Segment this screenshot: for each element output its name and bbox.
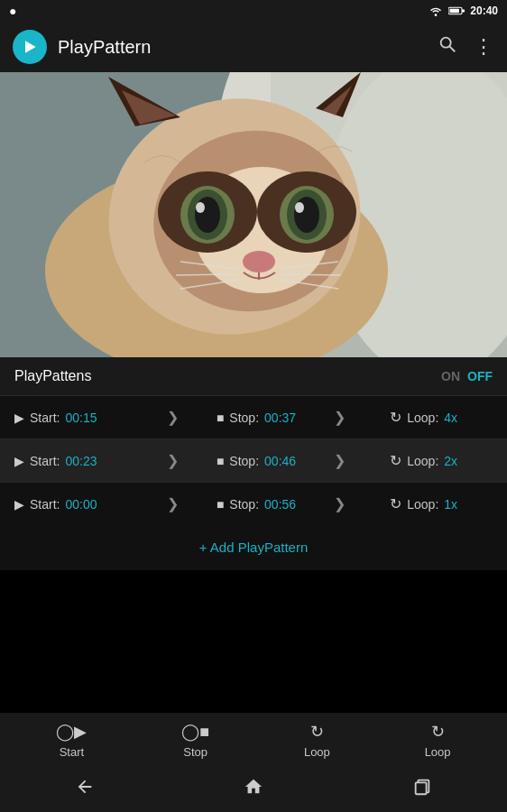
play-patterns-title: PlayPattens bbox=[14, 368, 91, 384]
notification-icon: ● bbox=[9, 4, 16, 18]
arrow-1a: ❯ bbox=[167, 409, 179, 426]
row3-start-value: 00:00 bbox=[65, 497, 97, 512]
loop-icon-2: ↻ bbox=[390, 452, 401, 469]
toggle-on-label[interactable]: ON bbox=[441, 369, 460, 383]
bottom-controls: ◯▶ Start ◯■ Stop ↻ Loop ↻ Loop bbox=[0, 713, 507, 767]
video-area bbox=[0, 72, 507, 357]
svg-point-0 bbox=[435, 14, 438, 16]
svg-point-27 bbox=[196, 202, 205, 213]
home-button[interactable] bbox=[226, 770, 281, 809]
stop-control-button[interactable]: ◯■ Stop bbox=[167, 716, 224, 764]
battery-icon bbox=[448, 5, 465, 16]
add-pattern-button[interactable]: + Add PlayPattern bbox=[199, 540, 309, 555]
svg-line-32 bbox=[176, 274, 238, 275]
loop1-control-button[interactable]: ↻ Loop bbox=[290, 716, 345, 764]
row2-stop-cell: ■ Stop: 00:46 bbox=[182, 454, 331, 468]
row1-stop-label: Stop: bbox=[229, 411, 259, 425]
stop-icon-3: ■ bbox=[217, 497, 224, 512]
row1-start-label: Start: bbox=[30, 411, 60, 425]
play-icon-2: ▶ bbox=[14, 454, 24, 468]
recent-apps-icon bbox=[412, 777, 432, 797]
pattern-row-1[interactable]: ▶ Start: 00:15 ❯ ■ Stop: 00:37 ❯ ↻ Loop:… bbox=[0, 395, 507, 438]
add-pattern-section: + Add PlayPattern bbox=[0, 525, 507, 570]
play-patterns-header: PlayPattens ON OFF bbox=[0, 357, 507, 395]
svg-marker-4 bbox=[25, 41, 36, 52]
status-bar: ● 20:40 bbox=[0, 0, 507, 22]
row2-stop-label: Stop: bbox=[229, 454, 259, 468]
nav-bar bbox=[0, 767, 507, 812]
row3-stop-label: Stop: bbox=[229, 497, 259, 512]
app-title: PlayPattern bbox=[58, 37, 427, 58]
pattern-row-2[interactable]: ▶ Start: 00:23 ❯ ■ Stop: 00:46 ❯ ↻ Loop:… bbox=[0, 438, 507, 482]
arrow-3a: ❯ bbox=[167, 495, 179, 512]
content-area: PlayPattens ON OFF ▶ Start: 00:15 ❯ ■ St… bbox=[0, 357, 507, 570]
time-display: 20:40 bbox=[470, 5, 498, 17]
status-right: 20:40 bbox=[429, 5, 498, 17]
row2-loop-value: 2x bbox=[444, 454, 457, 468]
app-bar: PlayPattern ⋮ bbox=[0, 22, 507, 72]
home-icon bbox=[244, 777, 263, 797]
loop2-control-label: Loop bbox=[425, 745, 451, 759]
row1-loop-cell: ↻ Loop: 4x bbox=[349, 409, 498, 426]
stop-icon-2: ■ bbox=[217, 454, 224, 468]
arrow-3b: ❯ bbox=[334, 495, 346, 512]
row2-start-value: 00:23 bbox=[65, 454, 97, 468]
app-logo bbox=[13, 30, 47, 64]
row3-loop-cell: ↻ Loop: 1x bbox=[349, 495, 498, 512]
loop1-control-label: Loop bbox=[304, 745, 330, 759]
loop2-control-icon: ↻ bbox=[431, 722, 445, 742]
toggle-off-label[interactable]: OFF bbox=[467, 369, 493, 383]
row3-start-label: Start: bbox=[30, 497, 60, 512]
row1-loop-value: 4x bbox=[444, 411, 457, 425]
more-menu-button[interactable]: ⋮ bbox=[474, 35, 494, 59]
recents-button[interactable] bbox=[394, 770, 450, 809]
svg-point-29 bbox=[243, 251, 275, 272]
svg-rect-2 bbox=[462, 10, 465, 13]
stop-control-icon: ◯■ bbox=[181, 722, 209, 742]
row3-stop-value: 00:56 bbox=[264, 497, 296, 512]
svg-point-5 bbox=[441, 38, 451, 48]
row2-start-label: Start: bbox=[30, 454, 60, 468]
svg-line-35 bbox=[281, 274, 341, 275]
start-control-label: Start bbox=[60, 745, 84, 759]
arrow-2a: ❯ bbox=[167, 452, 179, 469]
loop-icon-3: ↻ bbox=[390, 495, 401, 512]
svg-point-25 bbox=[195, 197, 220, 233]
wifi-icon bbox=[429, 5, 443, 16]
svg-point-26 bbox=[294, 197, 319, 233]
row1-stop-value: 00:37 bbox=[264, 411, 296, 425]
svg-rect-37 bbox=[416, 782, 427, 794]
stop-control-label: Stop bbox=[183, 745, 207, 759]
row2-stop-value: 00:46 bbox=[264, 454, 296, 468]
stop-icon-1: ■ bbox=[217, 411, 224, 425]
svg-line-6 bbox=[449, 46, 455, 51]
status-left: ● bbox=[9, 4, 16, 18]
row1-loop-label: Loop: bbox=[407, 411, 438, 425]
cat-image bbox=[0, 72, 507, 357]
toggle-group: ON OFF bbox=[441, 369, 493, 383]
play-icon-3: ▶ bbox=[14, 497, 24, 512]
row2-loop-label: Loop: bbox=[407, 454, 438, 468]
row3-loop-label: Loop: bbox=[407, 497, 438, 512]
start-control-button[interactable]: ◯▶ Start bbox=[41, 716, 101, 764]
arrow-2b: ❯ bbox=[334, 452, 346, 469]
svg-rect-3 bbox=[450, 9, 460, 14]
loop2-control-button[interactable]: ↻ Loop bbox=[410, 716, 466, 764]
row2-start-cell: ▶ Start: 00:23 bbox=[9, 454, 163, 468]
start-control-icon: ◯▶ bbox=[56, 722, 87, 742]
row3-loop-value: 1x bbox=[444, 497, 457, 512]
search-button[interactable] bbox=[438, 34, 457, 60]
back-icon bbox=[75, 777, 95, 797]
row3-stop-cell: ■ Stop: 00:56 bbox=[182, 497, 331, 512]
play-icon bbox=[21, 38, 39, 56]
svg-point-28 bbox=[295, 202, 304, 213]
row2-loop-cell: ↻ Loop: 2x bbox=[349, 452, 498, 469]
play-icon-1: ▶ bbox=[14, 411, 24, 425]
row1-start-value: 00:15 bbox=[65, 411, 97, 425]
back-button[interactable] bbox=[57, 770, 113, 809]
pattern-row-3[interactable]: ▶ Start: 00:00 ❯ ■ Stop: 00:56 ❯ ↻ Loop:… bbox=[0, 482, 507, 525]
loop1-control-icon: ↻ bbox=[310, 722, 324, 742]
row1-start-cell: ▶ Start: 00:15 bbox=[9, 411, 163, 425]
row1-stop-cell: ■ Stop: 00:37 bbox=[182, 411, 331, 425]
row3-start-cell: ▶ Start: 00:00 bbox=[9, 497, 163, 512]
